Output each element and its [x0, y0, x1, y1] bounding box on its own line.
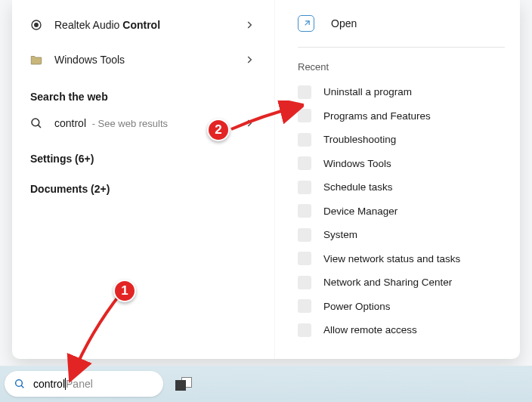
recent-item-2[interactable]: Troubleshooting	[298, 128, 505, 152]
recent-item-label: Uninstall a program	[323, 86, 412, 97]
svg-point-1	[35, 23, 39, 27]
recent-item-0[interactable]: Uninstall a program	[298, 80, 505, 104]
search-typed-text: control	[33, 378, 65, 390]
divider	[298, 47, 505, 48]
result-label: Realtek Audio Control	[54, 19, 160, 31]
recent-thumb-icon	[298, 228, 311, 242]
recent-thumb-icon	[298, 323, 311, 337]
recent-list: Uninstall a programPrograms and Features…	[298, 80, 505, 342]
details-column: Open Recent Uninstall a programPrograms …	[275, 0, 520, 359]
recent-item-label: System	[323, 229, 357, 240]
recent-item-label: Schedule tasks	[323, 181, 393, 193]
recent-item-10[interactable]: Allow remote access	[298, 318, 505, 342]
svg-point-5	[16, 380, 23, 387]
recent-item-6[interactable]: System	[298, 223, 505, 247]
recent-thumb-icon	[298, 133, 311, 147]
chevron-right-icon	[241, 51, 258, 68]
svg-line-4	[305, 20, 309, 24]
open-label: Open	[331, 17, 357, 29]
recent-item-label: Troubleshooting	[323, 134, 396, 145]
recent-item-label: Windows Tools	[323, 158, 391, 169]
annotation-badge-2: 2	[207, 119, 230, 141]
recent-item-label: Power Options	[323, 301, 391, 312]
recent-item-9[interactable]: Power Options	[298, 295, 505, 319]
search-icon	[14, 378, 26, 390]
speaker-icon	[29, 17, 44, 32]
recent-thumb-icon	[298, 181, 311, 194]
start-search-panel: Realtek Audio Control Windows Tools Sear…	[12, 0, 520, 359]
chevron-right-icon	[241, 115, 258, 131]
svg-point-2	[32, 119, 39, 126]
recent-thumb-icon	[298, 252, 311, 265]
recent-header: Recent	[298, 60, 505, 80]
task-view-button[interactable]	[174, 374, 193, 394]
search-icon	[29, 116, 44, 131]
task-view-icon	[175, 377, 192, 391]
search-autosuggest: Panel	[66, 378, 93, 390]
recent-item-label: View network status and tasks	[323, 253, 460, 264]
svg-line-3	[38, 125, 41, 128]
recent-thumb-icon	[298, 109, 311, 122]
result-label: Windows Tools	[54, 54, 125, 66]
taskbar: controlPanel	[0, 366, 532, 402]
recent-thumb-icon	[298, 204, 311, 218]
recent-item-3[interactable]: Windows Tools	[298, 152, 505, 176]
web-result-label: control - See web results	[54, 117, 168, 129]
recent-item-label: Device Manager	[323, 206, 397, 217]
recent-item-5[interactable]: Device Manager	[298, 199, 505, 224]
section-search-the-web: Search the web	[29, 77, 258, 107]
section-documents[interactable]: Documents (2+)	[29, 169, 258, 199]
result-realtek-audio-control[interactable]: Realtek Audio Control	[29, 8, 258, 42]
recent-item-label: Network and Sharing Center	[323, 277, 452, 288]
open-icon	[298, 15, 314, 32]
recent-item-4[interactable]: Schedule tasks	[298, 175, 505, 199]
section-settings[interactable]: Settings (6+)	[29, 139, 258, 169]
recent-item-label: Allow remote access	[323, 324, 417, 336]
annotation-badge-1: 1	[113, 280, 136, 302]
open-action[interactable]: Open	[298, 8, 505, 39]
recent-item-label: Programs and Features	[323, 110, 431, 122]
svg-line-6	[21, 385, 23, 388]
recent-item-7[interactable]: View network status and tasks	[298, 247, 505, 271]
result-windows-tools[interactable]: Windows Tools	[29, 42, 258, 77]
recent-thumb-icon	[298, 85, 311, 99]
folder-tools-icon	[29, 52, 44, 67]
recent-thumb-icon	[298, 299, 311, 313]
recent-thumb-icon	[298, 276, 311, 289]
recent-item-8[interactable]: Network and Sharing Center	[298, 271, 505, 295]
recent-thumb-icon	[298, 156, 311, 170]
chevron-right-icon	[241, 17, 258, 33]
taskbar-search-box[interactable]: controlPanel	[5, 371, 163, 397]
search-results-column: Realtek Audio Control Windows Tools Sear…	[12, 0, 275, 359]
recent-item-1[interactable]: Programs and Features	[298, 104, 505, 128]
